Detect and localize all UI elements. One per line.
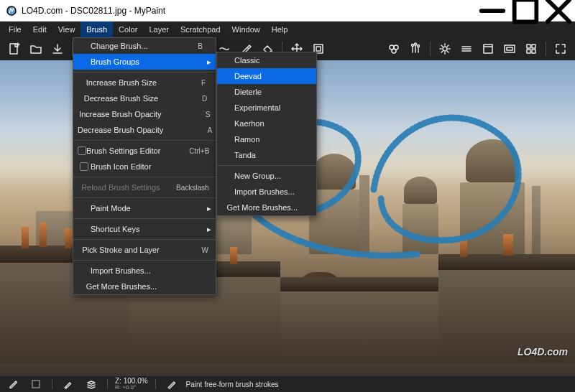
svg-point-12	[392, 49, 396, 53]
menu-item-label: Change Brush...	[91, 42, 168, 50]
menu-view[interactable]: View	[52, 22, 81, 37]
menu-layer[interactable]: Layer	[143, 22, 175, 37]
brush-menu-item[interactable]: Brush Groups▸	[73, 54, 216, 70]
layers-button[interactable]	[456, 39, 477, 59]
svg-rect-2	[515, 0, 537, 22]
menu-item-label: Deevad	[234, 72, 312, 80]
status-layers-icon[interactable]	[83, 377, 100, 391]
menu-item-accel: F	[171, 79, 206, 87]
window-title: LO4D.com - DSC02811.jpg - MyPaint	[22, 6, 476, 16]
menu-item-label: Reload Brush Settings	[81, 183, 174, 192]
preview-button[interactable]	[500, 39, 520, 59]
brush-menu-item[interactable]: Increase Brush OpacityS	[73, 106, 216, 122]
menu-item-label: Import Brushes...	[91, 266, 168, 275]
window-maximize-button[interactable]	[509, 0, 542, 22]
brush-groups-item[interactable]: Get More Brushes...	[217, 200, 316, 215]
svg-rect-22	[532, 45, 535, 48]
menu-item-label: Ramon	[234, 135, 312, 144]
brush-menu-item[interactable]: Brush Icon Editor	[73, 159, 216, 174]
svg-rect-20	[507, 47, 512, 50]
brush-groups-item[interactable]: Import Brushes...	[217, 184, 316, 200]
menu-color[interactable]: Color	[113, 22, 143, 37]
open-file-button[interactable]	[26, 39, 46, 59]
menu-file[interactable]: File	[3, 22, 27, 37]
brush-menu-item[interactable]: Get More Brushes...	[73, 279, 216, 294]
menu-help[interactable]: Help	[266, 22, 294, 37]
window-titlebar: LO4D.com - DSC02811.jpg - MyPaint	[0, 0, 575, 22]
brush-groups-item[interactable]: Tanda	[217, 147, 316, 163]
app-icon	[6, 5, 17, 17]
brush-menu-item[interactable]: Paint Mode▸	[73, 200, 216, 216]
status-hint-text: Paint free-form brush strokes	[186, 381, 279, 388]
menu-item-label: Brush Settings Editor	[86, 146, 175, 155]
svg-rect-23	[527, 50, 530, 53]
menu-item-accel: B	[168, 42, 203, 50]
menu-item-accel: Backslash	[175, 184, 209, 192]
brush-groups-item[interactable]: Kaerhon	[217, 116, 316, 131]
history-button[interactable]	[521, 39, 541, 59]
menu-window[interactable]: Window	[226, 22, 266, 37]
menu-item-label: Import Brushes...	[234, 187, 312, 196]
menu-item-label: Decrease Brush Opacity	[78, 126, 178, 134]
brush-menu-item[interactable]: Decrease Brush OpacityA	[73, 122, 216, 138]
svg-rect-17	[484, 45, 492, 53]
menu-scratchpad[interactable]: Scratchpad	[175, 22, 226, 37]
new-file-button[interactable]	[4, 39, 24, 59]
menu-item-accel: S	[176, 111, 211, 118]
menu-item-label: Increase Brush Size	[86, 78, 171, 87]
settings-button[interactable]	[435, 39, 455, 59]
status-color-swatch[interactable]	[27, 377, 45, 391]
status-zoom-readout[interactable]: Z: 100.0% R: +0.0°	[115, 378, 148, 391]
svg-point-14	[415, 43, 417, 45]
menu-brush[interactable]: Brush	[80, 22, 113, 37]
svg-rect-9	[316, 47, 321, 51]
menu-item-accel: W	[174, 246, 208, 254]
scratchpad-button[interactable]	[478, 39, 498, 59]
brush-menu-item[interactable]: Pick Stroke and LayerW	[73, 242, 216, 258]
status-brush-icon[interactable]	[60, 377, 77, 391]
menu-item-label: Paint Mode	[91, 204, 168, 213]
color-picker-button[interactable]	[384, 39, 404, 59]
brush-menu-dropdown: Change Brush...BBrush Groups▸Increase Br…	[73, 37, 216, 295]
brush-groups-item[interactable]: Dieterle	[217, 84, 316, 100]
menu-edit[interactable]: Edit	[27, 22, 52, 37]
fullscreen-button[interactable]	[551, 39, 571, 59]
brush-groups-item[interactable]: Experimental	[217, 100, 316, 116]
menu-item-label: Classic	[234, 56, 312, 65]
menu-item-accel: A	[178, 126, 212, 134]
menu-item-label: New Group...	[234, 172, 312, 180]
window-minimize-button[interactable]	[476, 0, 509, 22]
brush-menu-item[interactable]: Change Brush...B	[73, 38, 216, 54]
brush-selector-button[interactable]	[405, 39, 426, 59]
menu-item-label: Get More Brushes...	[86, 282, 171, 291]
brush-groups-item[interactable]: Classic	[217, 52, 316, 68]
brush-groups-item[interactable]: Ramon	[217, 131, 316, 147]
statusbar: Z: 100.0% R: +0.0° Paint free-form brush…	[0, 376, 575, 392]
menu-item-label: Pick Stroke and Layer	[82, 246, 174, 254]
menu-item-label: Decrease Brush Size	[84, 94, 172, 103]
brush-menu-item[interactable]: Increase Brush SizeF	[73, 75, 216, 90]
submenu-arrow-icon: ▸	[203, 225, 211, 234]
save-file-button[interactable]	[47, 39, 68, 59]
status-rotation-value: R: +0.0°	[115, 385, 148, 391]
menu-item-accel: Ctrl+B	[175, 147, 209, 155]
brush-menu-item[interactable]: Shortcut Keys▸	[73, 221, 216, 237]
menu-item-label: Tanda	[234, 151, 312, 159]
brush-groups-submenu: ClassicDeevadDieterleExperimentalKaerhon…	[216, 52, 317, 216]
brush-menu-item[interactable]: Brush Settings EditorCtrl+B	[73, 143, 216, 159]
menu-item-label: Experimental	[234, 103, 312, 112]
svg-point-16	[443, 47, 447, 51]
brush-groups-item[interactable]: Deevad	[217, 68, 316, 84]
svg-rect-25	[32, 381, 40, 388]
toolbar-separator	[546, 42, 546, 56]
svg-rect-5	[10, 44, 17, 54]
status-tool-icon	[163, 377, 180, 391]
svg-rect-21	[527, 45, 530, 48]
brush-menu-item[interactable]: Decrease Brush SizeD	[73, 90, 216, 106]
window-close-button[interactable]	[542, 0, 575, 22]
status-eyedropper-icon[interactable]	[4, 377, 22, 391]
submenu-arrow-icon: ▸	[203, 57, 211, 67]
toolbar-separator	[430, 42, 431, 56]
brush-menu-item[interactable]: Import Brushes...	[73, 263, 216, 279]
brush-groups-item[interactable]: New Group...	[217, 168, 316, 184]
